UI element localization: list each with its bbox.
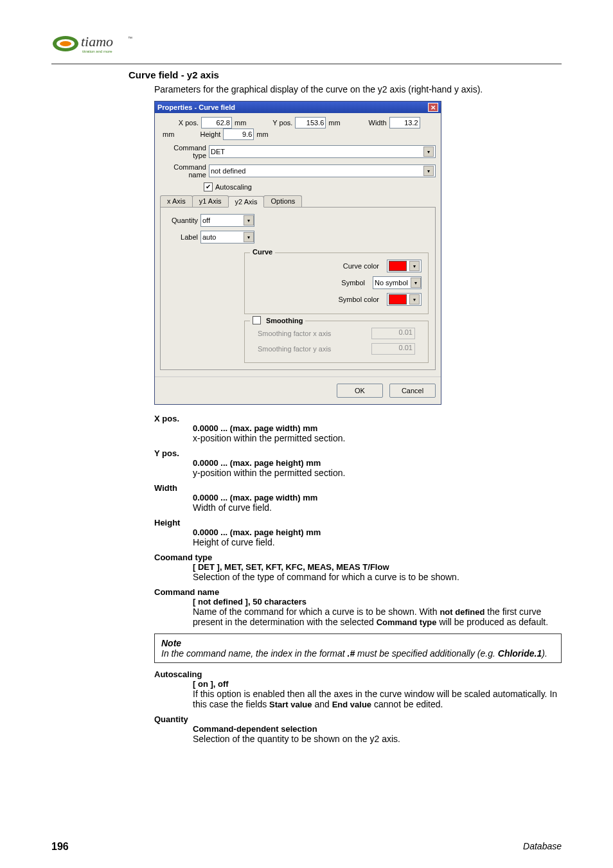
tab-options[interactable]: Options — [263, 195, 302, 207]
xpos-label: X pos. — [160, 119, 201, 127]
chevron-down-icon: ▾ — [409, 261, 420, 271]
unit-mm: mm — [235, 119, 246, 127]
def-autoscaling-term: Autoscaling — [154, 669, 562, 679]
def-width-desc: Width of curve field. — [193, 502, 562, 513]
chevron-down-icon: ▾ — [423, 166, 434, 176]
quantity-value: off — [202, 217, 210, 224]
quantity-label: Quantity — [167, 217, 200, 224]
dialog-title: Properties - Curve field — [157, 103, 235, 111]
def-xpos-desc: x-position within the permitted section. — [193, 433, 562, 443]
note-box: Note In the command name, the index in t… — [154, 633, 562, 663]
svg-text:tiamo: tiamo — [81, 33, 113, 49]
def-cmdname-term: Command name — [154, 587, 562, 597]
height-label: Height — [182, 130, 223, 138]
chevron-down-icon: ▾ — [411, 278, 421, 288]
def-quantity-desc: Selection of the quantity to be shown on… — [193, 734, 562, 744]
symbol-select[interactable]: No symbol ▾ — [373, 276, 422, 289]
smooth-y-input: 0.01 — [371, 343, 415, 355]
def-cmdtype-term: Coomand type — [154, 553, 562, 562]
autoscaling-label: Autoscaling — [215, 183, 252, 191]
tab-y2-axis[interactable]: y2 Axis — [228, 196, 265, 208]
command-type-label: Command type — [160, 144, 209, 159]
unit-mm: mm — [163, 130, 174, 138]
command-name-select[interactable]: not defined ▾ — [209, 164, 436, 177]
symbol-color-label: Symbol color — [338, 296, 379, 303]
autoscaling-checkbox[interactable]: ✔ — [204, 182, 213, 191]
def-autoscaling-desc: If this option is enabled then all the a… — [193, 689, 562, 709]
divider — [51, 64, 562, 64]
symbol-value: No symbol — [375, 279, 408, 287]
chevron-down-icon: ▾ — [244, 232, 254, 242]
curve-fieldset: Curve Curve color ▾ Symbol No symbol ▾ — [244, 252, 429, 314]
svg-point-2 — [60, 41, 71, 46]
def-ypos-range: 0.0000 ... (max. page height) mm — [193, 458, 562, 468]
smooth-x-label: Smoothing factor x axis — [258, 330, 331, 337]
def-width-range: 0.0000 ... (max. page width) mm — [193, 493, 562, 502]
def-ypos-desc: y-position within the permitted section. — [193, 468, 562, 478]
def-xpos-term: X pos. — [154, 414, 562, 423]
def-cmdname-range: [ not defined ], 50 characters — [193, 597, 562, 607]
chevron-down-icon: ▾ — [423, 146, 434, 157]
section-title: Curve field - y2 axis — [129, 69, 562, 80]
ok-button[interactable]: OK — [337, 384, 383, 398]
note-title: Note — [161, 638, 555, 648]
command-name-value: not defined — [211, 167, 245, 175]
def-quantity-term: Quantity — [154, 714, 562, 724]
symbol-color-select[interactable]: ▾ — [387, 293, 422, 306]
curve-color-label: Curve color — [343, 262, 379, 270]
height-input[interactable] — [223, 128, 254, 140]
def-cmdtype-desc: Selection of the type of command for whi… — [193, 572, 562, 582]
def-height-desc: Height of curve field. — [193, 537, 562, 547]
smoothing-fieldset: Smoothing Smoothing factor x axis 0.01 S… — [244, 321, 429, 363]
def-height-term: Height — [154, 518, 562, 527]
quantity-select[interactable]: off ▾ — [200, 214, 254, 227]
def-width-term: Width — [154, 483, 562, 493]
note-text: In the command name, the index in the fo… — [161, 648, 555, 659]
unit-mm: mm — [256, 130, 268, 138]
unit-mm: mm — [328, 119, 340, 127]
chevron-down-icon: ▾ — [244, 215, 254, 226]
def-autoscaling-range: [ on ], off — [193, 679, 562, 689]
tab-x-axis[interactable]: x Axis — [160, 195, 193, 207]
color-swatch — [389, 294, 407, 305]
smoothing-checkbox[interactable] — [253, 316, 261, 324]
def-xpos-range: 0.0000 ... (max. page width) mm — [193, 423, 562, 433]
color-swatch — [389, 261, 407, 271]
smooth-x-input: 0.01 — [371, 328, 415, 339]
width-label: Width — [348, 119, 389, 127]
brand-logo: tiamo ™ titration and more — [51, 31, 148, 57]
def-cmdname-desc: Name of the command for which a curve is… — [193, 607, 562, 627]
page-number: 196 — [51, 841, 69, 853]
ypos-label: Y pos. — [254, 119, 295, 127]
label-value: auto — [202, 233, 216, 241]
properties-dialog: Properties - Curve field ✕ X pos. mm Y p… — [154, 101, 441, 405]
def-ypos-term: Y pos. — [154, 448, 562, 458]
command-name-label: Command name — [160, 163, 209, 179]
svg-text:™: ™ — [128, 36, 132, 40]
close-icon[interactable]: ✕ — [428, 103, 438, 112]
footer-source: Database — [523, 841, 562, 853]
cancel-button[interactable]: Cancel — [389, 384, 436, 398]
label-label: Label — [167, 233, 200, 241]
symbol-label: Symbol — [341, 279, 365, 287]
intro-text: Parameters for the graphical display of … — [154, 84, 562, 94]
label-select[interactable]: auto ▾ — [200, 231, 254, 244]
smooth-y-label: Smoothing factor y axis — [258, 345, 331, 353]
dialog-titlebar[interactable]: Properties - Curve field ✕ — [155, 102, 441, 113]
curve-color-select[interactable]: ▾ — [387, 260, 422, 272]
curve-legend: Curve — [250, 248, 275, 256]
tab-panel-y2: Quantity off ▾ Label auto ▾ Curve — [160, 207, 436, 370]
def-quantity-range: Command-dependent selection — [193, 724, 562, 734]
ypos-input[interactable] — [295, 117, 326, 128]
tab-y1-axis[interactable]: y1 Axis — [192, 195, 229, 207]
smoothing-legend: Smoothing — [266, 317, 303, 324]
chevron-down-icon: ▾ — [409, 294, 420, 305]
width-input[interactable] — [389, 117, 420, 128]
def-height-range: 0.0000 ... (max. page height) mm — [193, 527, 562, 537]
svg-text:titration and more: titration and more — [82, 49, 112, 53]
command-type-select[interactable]: DET ▾ — [209, 145, 436, 158]
def-cmdtype-range: [ DET ], MET, SET, KFT, KFC, MEAS, MEAS … — [193, 562, 562, 572]
command-type-value: DET — [211, 148, 225, 155]
xpos-input[interactable] — [201, 117, 232, 128]
